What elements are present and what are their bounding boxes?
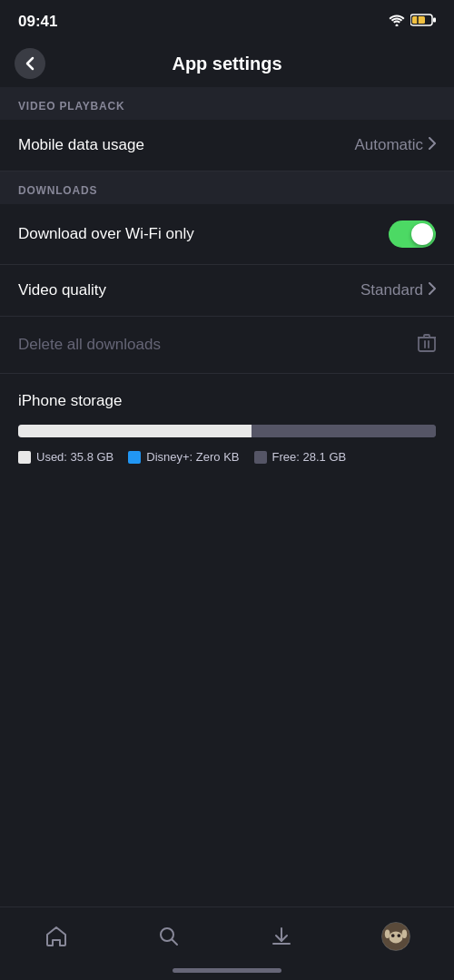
- delete-downloads-label: Delete all downloads: [18, 336, 161, 354]
- svg-point-12: [402, 930, 408, 938]
- legend-dot-disney: [128, 451, 141, 464]
- content-area: VIDEO PLAYBACK Mobile data usage Automat…: [0, 87, 454, 591]
- app-header: App settings: [0, 40, 454, 87]
- delete-downloads-row[interactable]: Delete all downloads: [0, 317, 454, 374]
- legend-free: Free: 28.1 GB: [254, 450, 347, 464]
- toggle-track: [389, 220, 436, 248]
- svg-rect-2: [433, 18, 436, 23]
- nav-item-downloads[interactable]: [258, 920, 305, 953]
- status-time: 09:41: [18, 13, 57, 31]
- legend-dot-free: [254, 451, 267, 464]
- svg-point-8: [390, 931, 403, 943]
- chevron-icon: [429, 136, 436, 154]
- mobile-data-usage-value: Automatic: [354, 136, 436, 154]
- download-icon: [269, 924, 294, 949]
- section-header-video-playback: VIDEO PLAYBACK: [0, 87, 454, 120]
- nav-item-home[interactable]: [33, 920, 80, 953]
- svg-point-10: [397, 934, 400, 937]
- search-icon: [156, 924, 182, 949]
- mobile-data-usage-row[interactable]: Mobile data usage Automatic: [0, 120, 454, 172]
- toggle-thumb: [411, 223, 433, 245]
- video-quality-value: Standard: [360, 281, 436, 299]
- status-bar: 09:41: [0, 0, 454, 40]
- nav-item-search[interactable]: [145, 920, 192, 953]
- storage-bar: [18, 425, 436, 437]
- storage-legend: Used: 35.8 GB Disney+: Zero KB Free: 28.…: [18, 450, 436, 464]
- wifi-icon: [389, 14, 405, 30]
- wifi-only-toggle[interactable]: [389, 220, 436, 248]
- mobile-data-usage-label: Mobile data usage: [18, 136, 144, 154]
- svg-point-11: [385, 930, 390, 938]
- avatar: [381, 922, 410, 951]
- legend-disney-label: Disney+: Zero KB: [146, 450, 239, 464]
- battery-icon: [410, 14, 436, 30]
- back-button[interactable]: [15, 48, 45, 79]
- svg-rect-5: [419, 338, 435, 351]
- video-quality-row[interactable]: Video quality Standard: [0, 265, 454, 317]
- legend-used: Used: 35.8 GB: [18, 450, 114, 464]
- svg-rect-3: [412, 16, 425, 24]
- storage-title: iPhone storage: [18, 392, 436, 410]
- legend-used-label: Used: 35.8 GB: [36, 450, 114, 464]
- nav-items: [0, 918, 454, 955]
- svg-point-9: [391, 934, 395, 937]
- storage-section: iPhone storage Used: 35.8 GB Disney+: Ze…: [0, 374, 454, 482]
- svg-point-0: [396, 24, 399, 27]
- legend-disney: Disney+: Zero KB: [128, 450, 239, 464]
- section-header-downloads: DOWNLOADS: [0, 172, 454, 204]
- home-indicator: [173, 968, 281, 973]
- legend-dot-used: [18, 451, 31, 464]
- page-title: App settings: [172, 54, 281, 74]
- nav-item-profile[interactable]: [370, 918, 421, 955]
- chevron-icon-quality: [429, 281, 436, 299]
- video-quality-label: Video quality: [18, 281, 106, 299]
- home-icon: [44, 924, 69, 949]
- wifi-only-label: Download over Wi-Fi only: [18, 225, 194, 243]
- storage-free-segment: [252, 425, 436, 437]
- status-icons: [389, 14, 436, 30]
- legend-free-label: Free: 28.1 GB: [272, 450, 347, 464]
- wifi-only-row[interactable]: Download over Wi-Fi only: [0, 204, 454, 265]
- trash-icon: [418, 333, 436, 357]
- storage-used-segment: [18, 425, 252, 437]
